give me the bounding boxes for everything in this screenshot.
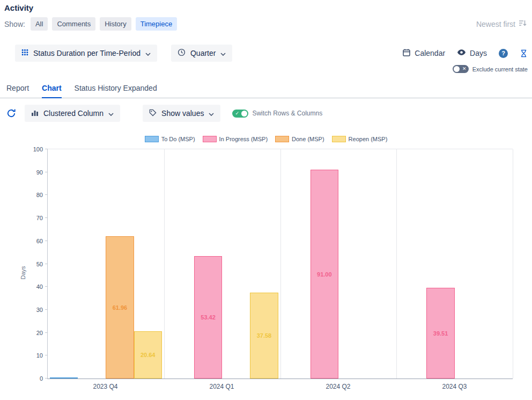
activity-header: Activity Show: All Comments History Time… bbox=[0, 0, 532, 31]
bar-group: 61.9620.64 bbox=[48, 149, 164, 379]
exclude-current-state-toggle[interactable]: ✕ bbox=[453, 65, 469, 73]
period-dropdown[interactable]: Quarter bbox=[171, 45, 232, 62]
bar-slot: 61.96 bbox=[106, 149, 134, 379]
legend-swatch bbox=[145, 136, 159, 142]
exclude-current-state-label: Exclude current state bbox=[472, 66, 528, 72]
y-axis-title: Days bbox=[20, 266, 26, 279]
toolbar-right-group: Calendar Days ? bbox=[402, 48, 528, 59]
help-icon[interactable]: ? bbox=[499, 49, 508, 58]
report-type-dropdown[interactable]: Status Duration per Time-Period bbox=[15, 45, 157, 62]
tab-status-history-expanded[interactable]: Status History Expanded bbox=[75, 84, 157, 98]
x-category-label: 2024 Q2 bbox=[280, 383, 396, 390]
calendar-button[interactable]: Calendar bbox=[402, 48, 445, 59]
cross-icon: ✕ bbox=[462, 65, 467, 73]
x-category-label: 2024 Q3 bbox=[396, 383, 513, 390]
bar-slot bbox=[283, 149, 311, 379]
legend-swatch bbox=[275, 136, 289, 142]
legend-item[interactable]: Reopen (MSP) bbox=[332, 136, 388, 142]
legend-swatch bbox=[203, 136, 217, 142]
bar-slot bbox=[455, 149, 483, 379]
bar-slot bbox=[50, 149, 78, 379]
chevron-down-icon bbox=[145, 49, 151, 57]
legend-item[interactable]: Done (MSP) bbox=[275, 136, 324, 142]
chevron-down-icon bbox=[209, 109, 214, 118]
bar-slot bbox=[338, 149, 366, 379]
chart-type-label: Clustered Column bbox=[43, 109, 104, 118]
calendar-icon bbox=[402, 48, 411, 59]
bar[interactable]: 91.00 bbox=[311, 170, 338, 379]
bar-value-label: 53.42 bbox=[201, 314, 216, 321]
legend-label: In Progress (MSP) bbox=[219, 136, 268, 142]
y-tick-label: 60 bbox=[36, 238, 43, 244]
filter-all-button[interactable]: All bbox=[31, 17, 48, 31]
x-axis-labels: 2023 Q42024 Q12024 Q22024 Q3 bbox=[47, 383, 513, 390]
y-tick-label: 80 bbox=[36, 192, 43, 198]
chart-legend: To Do (MSP)In Progress (MSP)Done (MSP)Re… bbox=[0, 135, 532, 143]
chart-section: To Do (MSP)In Progress (MSP)Done (MSP)Re… bbox=[0, 135, 532, 390]
show-filter-row: Show: All Comments History Timepiece New… bbox=[4, 17, 528, 31]
y-tick-label: 30 bbox=[36, 307, 43, 313]
y-tick-label: 100 bbox=[33, 146, 43, 152]
tab-chart[interactable]: Chart bbox=[42, 84, 62, 98]
x-category-label: 2024 Q1 bbox=[164, 383, 280, 390]
bar-value-label: 91.00 bbox=[317, 271, 332, 278]
bar-value-label: 39.51 bbox=[433, 330, 448, 337]
bar-group: 53.4237.58 bbox=[164, 149, 280, 379]
legend-swatch bbox=[332, 136, 346, 142]
report-toolbar: Status Duration per Time-Period Quarter … bbox=[0, 45, 532, 62]
bar[interactable]: 37.58 bbox=[250, 293, 278, 379]
grid-icon bbox=[21, 49, 28, 57]
chevron-down-icon bbox=[108, 109, 114, 118]
bar-slot bbox=[78, 149, 106, 379]
days-label: Days bbox=[470, 49, 487, 57]
bar-slot bbox=[166, 149, 194, 379]
y-tick-label: 20 bbox=[36, 330, 43, 336]
toggle-knob bbox=[241, 111, 247, 117]
chart-type-dropdown[interactable]: Clustered Column bbox=[25, 105, 120, 122]
tag-icon bbox=[149, 109, 157, 118]
exclude-current-state-row: ✕ Exclude current state bbox=[0, 65, 532, 73]
y-tick-label: 90 bbox=[36, 169, 43, 176]
toggle-knob bbox=[454, 66, 460, 72]
calendar-label: Calendar bbox=[415, 49, 445, 57]
y-tick-label: 10 bbox=[36, 352, 43, 359]
bar-value-label: 61.96 bbox=[113, 304, 128, 311]
show-values-dropdown[interactable]: Show values bbox=[143, 105, 220, 122]
page-title: Activity bbox=[4, 3, 528, 12]
plot-wrapper: Days 010203040506070809010061.9620.6453.… bbox=[47, 149, 513, 390]
legend-label: To Do (MSP) bbox=[161, 136, 195, 142]
filter-history-button[interactable]: History bbox=[100, 17, 131, 31]
gridline bbox=[513, 149, 513, 379]
bar[interactable]: 39.51 bbox=[426, 288, 454, 379]
bar[interactable]: 20.64 bbox=[134, 331, 162, 379]
bar[interactable] bbox=[50, 377, 78, 379]
legend-item[interactable]: To Do (MSP) bbox=[145, 136, 195, 142]
tab-report[interactable]: Report bbox=[6, 84, 29, 98]
plot-area: 010203040506070809010061.9620.6453.4237.… bbox=[47, 149, 513, 379]
x-category-label: 2023 Q4 bbox=[47, 383, 164, 390]
hourglass-icon[interactable] bbox=[520, 49, 528, 58]
show-values-label: Show values bbox=[161, 109, 204, 118]
eye-icon bbox=[457, 48, 466, 59]
switch-rows-columns-toggle[interactable]: ✓ bbox=[232, 110, 248, 118]
y-tick-label: 70 bbox=[36, 215, 43, 221]
chevron-down-icon bbox=[220, 49, 226, 57]
y-tick-label: 50 bbox=[36, 261, 43, 267]
legend-label: Done (MSP) bbox=[292, 136, 324, 142]
bar-value-label: 37.58 bbox=[257, 332, 272, 339]
legend-item[interactable]: In Progress (MSP) bbox=[203, 136, 268, 142]
sort-order-control[interactable]: Newest first bbox=[476, 19, 528, 29]
days-unit-button[interactable]: Days bbox=[457, 48, 487, 59]
column-chart-icon bbox=[31, 109, 39, 118]
bar[interactable]: 61.96 bbox=[106, 236, 134, 379]
sort-descending-icon bbox=[518, 19, 527, 29]
bar-slot bbox=[222, 149, 250, 379]
switch-rows-columns-group: ✓ Switch Rows & Columns bbox=[232, 110, 322, 118]
filter-timepiece-button[interactable]: Timepiece bbox=[136, 17, 177, 31]
bar-group: 39.51 bbox=[396, 149, 513, 379]
refresh-icon[interactable] bbox=[6, 108, 16, 118]
bar[interactable]: 53.42 bbox=[194, 256, 222, 379]
clock-icon bbox=[178, 48, 186, 58]
period-label: Quarter bbox=[190, 49, 216, 57]
filter-comments-button[interactable]: Comments bbox=[52, 17, 95, 31]
